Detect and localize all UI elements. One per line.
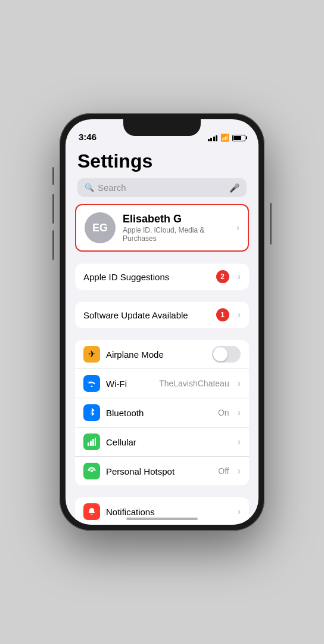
connectivity-section: ✈ Airplane Mode Wi-Fi bbox=[75, 340, 249, 485]
mute-button[interactable] bbox=[52, 167, 54, 185]
screen-content[interactable]: Settings 🔍 Search 🎤 EG Elisabeth G Apple… bbox=[66, 145, 258, 525]
wifi-value: TheLavishChateau bbox=[159, 379, 229, 388]
personal-hotspot-label: Personal Hotspot bbox=[106, 466, 212, 476]
profile-subtitle: Apple ID, iCloud, Media & Purchases bbox=[123, 226, 229, 243]
volume-up-button[interactable] bbox=[52, 194, 54, 224]
apple-id-badge: 2 bbox=[216, 270, 229, 283]
notifications-section: Notifications › Sounds & Haptics › bbox=[75, 497, 249, 525]
search-bar[interactable]: 🔍 Search 🎤 bbox=[77, 178, 247, 197]
apple-id-suggestions-section: Apple ID Suggestions 2 › bbox=[75, 264, 249, 290]
software-update-group: Software Update Available 1 › bbox=[75, 302, 249, 328]
settings-header: Settings 🔍 Search 🎤 bbox=[66, 145, 258, 204]
apple-id-chevron-icon: › bbox=[238, 271, 241, 282]
status-time: 3:46 bbox=[79, 132, 96, 142]
svg-point-4 bbox=[91, 470, 93, 472]
profile-section: EG Elisabeth G Apple ID, iCloud, Media &… bbox=[75, 204, 249, 252]
airplane-mode-icon: ✈ bbox=[83, 346, 100, 363]
svg-rect-2 bbox=[92, 439, 94, 446]
notifications-row[interactable]: Notifications › bbox=[75, 497, 249, 525]
personal-hotspot-icon bbox=[83, 463, 100, 479]
notch bbox=[123, 119, 201, 136]
wifi-icon: 📶 bbox=[220, 134, 229, 142]
connectivity-group: ✈ Airplane Mode Wi-Fi bbox=[75, 340, 249, 485]
battery-icon bbox=[232, 135, 245, 141]
software-update-section: Software Update Available 1 › bbox=[75, 302, 249, 328]
status-icons: 📶 bbox=[208, 134, 246, 142]
software-update-badge: 1 bbox=[216, 308, 229, 321]
page-title: Settings bbox=[77, 150, 247, 172]
notifications-group: Notifications › Sounds & Haptics › bbox=[75, 497, 249, 525]
cellular-chevron-icon: › bbox=[238, 436, 241, 447]
profile-chevron-icon: › bbox=[236, 222, 239, 233]
personal-hotspot-chevron-icon: › bbox=[238, 466, 241, 476]
profile-info: Elisabeth G Apple ID, iCloud, Media & Pu… bbox=[123, 213, 229, 243]
airplane-mode-label: Airplane Mode bbox=[106, 349, 206, 360]
software-update-label: Software Update Available bbox=[83, 310, 210, 320]
airplane-mode-toggle[interactable] bbox=[212, 346, 241, 363]
apple-id-suggestions-row[interactable]: Apple ID Suggestions 2 › bbox=[75, 264, 249, 290]
software-update-chevron-icon: › bbox=[238, 309, 241, 320]
profile-name: Elisabeth G bbox=[123, 213, 229, 225]
bluetooth-chevron-icon: › bbox=[238, 407, 241, 418]
signal-strength-icon bbox=[208, 134, 218, 141]
software-update-row[interactable]: Software Update Available 1 › bbox=[75, 302, 249, 328]
notifications-chevron-icon: › bbox=[238, 506, 241, 517]
volume-down-button[interactable] bbox=[52, 230, 54, 260]
bluetooth-icon bbox=[83, 404, 100, 421]
svg-rect-3 bbox=[95, 438, 96, 446]
personal-hotspot-value: Off bbox=[218, 466, 229, 476]
profile-card[interactable]: EG Elisabeth G Apple ID, iCloud, Media &… bbox=[75, 204, 249, 252]
apple-id-suggestions-group: Apple ID Suggestions 2 › bbox=[75, 264, 249, 290]
home-bar bbox=[126, 518, 198, 520]
avatar: EG bbox=[85, 212, 116, 243]
cellular-label: Cellular bbox=[106, 437, 232, 447]
notifications-icon bbox=[83, 503, 100, 520]
apple-id-suggestions-label: Apple ID Suggestions bbox=[83, 272, 210, 282]
search-icon: 🔍 bbox=[85, 183, 94, 192]
phone-frame: 3:46 📶 Settings 🔍 bbox=[60, 113, 264, 531]
wifi-row[interactable]: Wi-Fi TheLavishChateau › bbox=[75, 369, 249, 398]
phone-screen: 3:46 📶 Settings 🔍 bbox=[66, 119, 258, 525]
wifi-row-icon bbox=[83, 375, 100, 392]
bluetooth-row[interactable]: Bluetooth On › bbox=[75, 398, 249, 428]
svg-rect-1 bbox=[90, 441, 92, 446]
wifi-label: Wi-Fi bbox=[106, 379, 153, 389]
airplane-mode-row[interactable]: ✈ Airplane Mode bbox=[75, 340, 249, 369]
mic-icon[interactable]: 🎤 bbox=[229, 183, 239, 193]
notifications-label: Notifications bbox=[106, 507, 232, 517]
cellular-icon bbox=[83, 434, 100, 450]
personal-hotspot-row[interactable]: Personal Hotspot Off › bbox=[75, 457, 249, 485]
cellular-row[interactable]: Cellular › bbox=[75, 428, 249, 457]
bluetooth-value: On bbox=[218, 408, 229, 417]
svg-rect-0 bbox=[88, 442, 89, 446]
wifi-chevron-icon: › bbox=[238, 378, 241, 389]
search-placeholder: Search bbox=[98, 182, 226, 193]
power-button[interactable] bbox=[270, 203, 272, 244]
bluetooth-label: Bluetooth bbox=[106, 408, 212, 418]
